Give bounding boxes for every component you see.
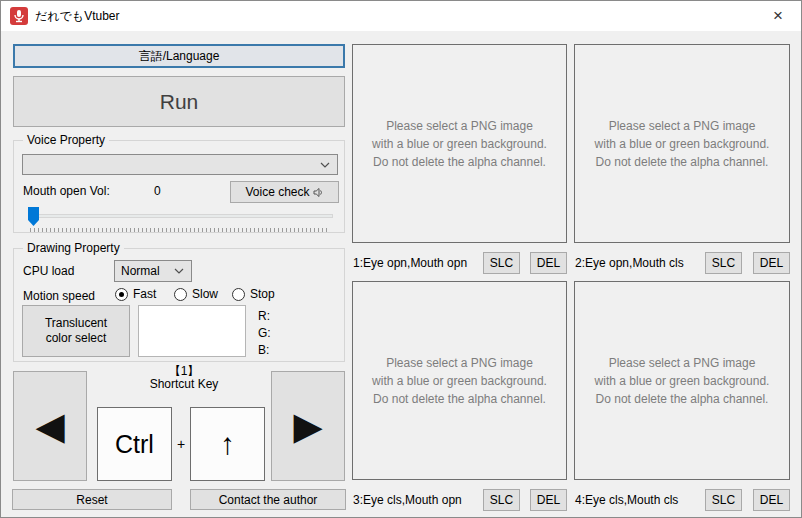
placeholder-line: Do not delete the alpha channel. bbox=[372, 390, 547, 408]
placeholder-line: Do not delete the alpha channel. bbox=[372, 153, 547, 171]
drawing-property-legend: Drawing Property bbox=[23, 241, 124, 255]
radio-circle bbox=[232, 288, 245, 301]
translucent-color-select-button[interactable]: Translucent color select bbox=[22, 305, 130, 357]
slot-4-slc-button[interactable]: SLC bbox=[705, 489, 742, 511]
app-window: だれでもVtuber × 言語/Language Run Voice Prope… bbox=[0, 0, 802, 518]
r-label: R: bbox=[258, 309, 270, 323]
slot-3-label: 3:Eye cls,Mouth opn bbox=[353, 489, 462, 511]
mouth-vol-slider-thumb[interactable] bbox=[28, 207, 39, 226]
window-title: だれでもVtuber bbox=[35, 8, 119, 25]
ctrl-key-label: Ctrl bbox=[115, 430, 154, 459]
placeholder-line: with a blue or green background. bbox=[595, 372, 770, 390]
radio-circle bbox=[115, 288, 128, 301]
image-slot-panel-3: Please select a PNG image with a blue or… bbox=[352, 281, 567, 480]
shortcut-key-up[interactable]: ↑ bbox=[190, 407, 265, 481]
up-arrow-icon: ↑ bbox=[220, 427, 235, 461]
b-label: B: bbox=[258, 343, 269, 357]
slot-2-del-button[interactable]: DEL bbox=[753, 252, 790, 274]
placeholder-line: with a blue or green background. bbox=[372, 372, 547, 390]
slot-3-slc-button[interactable]: SLC bbox=[483, 489, 520, 511]
prev-shortcut-button[interactable]: ◀ bbox=[13, 371, 87, 481]
motion-speed-label: Motion speed bbox=[23, 289, 95, 303]
translucent-color-preview bbox=[138, 305, 246, 357]
voice-property-group: Voice Property Mouth open Vol: 0 Voice c… bbox=[13, 140, 345, 233]
slot-4-label: 4:Eye cls,Mouth cls bbox=[575, 489, 678, 511]
mouth-open-vol-value: 0 bbox=[154, 184, 161, 198]
title-bar: だれでもVtuber × bbox=[1, 1, 801, 31]
slot-1-del-button[interactable]: DEL bbox=[530, 252, 567, 274]
run-button[interactable]: Run bbox=[13, 76, 345, 127]
cpu-load-label: CPU load bbox=[23, 264, 74, 278]
right-arrow-icon: ▶ bbox=[293, 404, 322, 448]
slot-2-label: 2:Eye opn,Mouth cls bbox=[575, 252, 684, 274]
cpu-load-select[interactable]: Normal bbox=[114, 260, 192, 282]
placeholder-text: Please select a PNG image with a blue or… bbox=[595, 117, 770, 171]
slot-2-slc-button[interactable]: SLC bbox=[705, 252, 742, 274]
voice-check-button[interactable]: Voice check bbox=[230, 181, 339, 203]
mouth-vol-slider-track[interactable] bbox=[29, 214, 333, 218]
slider-tick-marks bbox=[30, 228, 330, 232]
placeholder-line: Do not delete the alpha channel. bbox=[595, 390, 770, 408]
shortcut-key-ctrl[interactable]: Ctrl bbox=[97, 407, 172, 481]
radio-slow-label: Slow bbox=[192, 287, 218, 301]
placeholder-line: Please select a PNG image bbox=[595, 354, 770, 372]
image-slot-panel-2: Please select a PNG image with a blue or… bbox=[574, 44, 790, 243]
voice-check-label: Voice check bbox=[245, 185, 309, 199]
radio-stop-label: Stop bbox=[250, 287, 275, 301]
app-icon bbox=[10, 7, 28, 25]
language-button[interactable]: 言語/Language bbox=[13, 44, 345, 68]
plus-separator: + bbox=[173, 407, 189, 481]
slot-1-label: 1:Eye opn,Mouth opn bbox=[353, 252, 467, 274]
placeholder-line: with a blue or green background. bbox=[595, 135, 770, 153]
chevron-down-icon bbox=[320, 162, 330, 168]
voice-property-legend: Voice Property bbox=[23, 133, 109, 147]
slot-4-del-button[interactable]: DEL bbox=[753, 489, 790, 511]
radio-stop[interactable]: Stop bbox=[232, 287, 275, 301]
placeholder-text: Please select a PNG image with a blue or… bbox=[372, 354, 547, 408]
radio-fast-label: Fast bbox=[133, 287, 156, 301]
shortcut-key-title: Shortcut Key bbox=[97, 378, 271, 391]
left-arrow-icon: ◀ bbox=[35, 404, 64, 448]
placeholder-line: Please select a PNG image bbox=[372, 117, 547, 135]
placeholder-line: with a blue or green background. bbox=[372, 135, 547, 153]
radio-fast[interactable]: Fast bbox=[115, 287, 156, 301]
image-slot-panel-1: Please select a PNG image with a blue or… bbox=[352, 44, 567, 243]
reset-button[interactable]: Reset bbox=[12, 489, 172, 510]
image-slot-panel-4: Please select a PNG image with a blue or… bbox=[574, 281, 790, 480]
slot-3-del-button[interactable]: DEL bbox=[530, 489, 567, 511]
drawing-property-group: Drawing Property CPU load Normal Motion … bbox=[13, 248, 345, 362]
speaker-icon bbox=[313, 187, 324, 198]
close-icon[interactable]: × bbox=[755, 1, 801, 30]
mouth-open-vol-label: Mouth open Vol: bbox=[23, 184, 110, 198]
placeholder-text: Please select a PNG image with a blue or… bbox=[372, 117, 547, 171]
next-shortcut-button[interactable]: ▶ bbox=[271, 371, 345, 481]
placeholder-line: Do not delete the alpha channel. bbox=[595, 153, 770, 171]
voice-device-select[interactable] bbox=[22, 154, 338, 175]
g-label: G: bbox=[258, 326, 271, 340]
shortcut-key-header: 【1】 Shortcut Key bbox=[97, 365, 271, 391]
placeholder-line: Please select a PNG image bbox=[372, 354, 547, 372]
placeholder-line: Please select a PNG image bbox=[595, 117, 770, 135]
contact-author-button[interactable]: Contact the author bbox=[190, 489, 346, 510]
radio-circle bbox=[174, 288, 187, 301]
slot-1-slc-button[interactable]: SLC bbox=[483, 252, 520, 274]
chevron-down-icon bbox=[174, 268, 184, 274]
placeholder-text: Please select a PNG image with a blue or… bbox=[595, 354, 770, 408]
radio-slow[interactable]: Slow bbox=[174, 287, 218, 301]
cpu-load-value: Normal bbox=[121, 264, 160, 278]
